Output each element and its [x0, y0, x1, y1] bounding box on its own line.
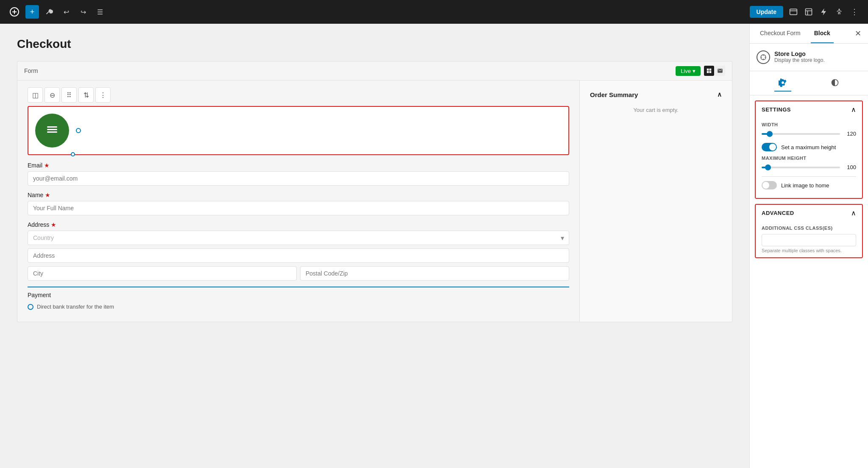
advanced-section-header[interactable]: Advanced ∧ — [756, 205, 862, 221]
store-logo-desc: Display the store logo. — [774, 57, 825, 63]
panel-tabs: Checkout Form Block ✕ — [750, 24, 868, 44]
collapse-icon[interactable]: ∧ — [717, 91, 722, 98]
icon-tabs — [750, 71, 868, 95]
required-star-3: ★ — [51, 221, 56, 228]
svg-rect-11 — [47, 126, 57, 128]
link-image-label: Link image to home — [781, 182, 829, 189]
redo-button[interactable]: ↪ — [76, 5, 90, 19]
store-logo-text: Store Logo Display the store logo. — [774, 50, 825, 63]
address-field-group: Address ★ Country ▾ — [28, 221, 569, 281]
svg-rect-10 — [47, 131, 57, 133]
city-input[interactable] — [28, 266, 297, 281]
order-empty-text: Your cart is empty. — [590, 107, 722, 113]
editor-area: Checkout Form Live ▾ — [0, 24, 749, 468]
css-classes-hint: Separate multiple classes with spaces. — [762, 248, 856, 253]
collapse-settings-icon: ∧ — [851, 106, 856, 114]
sidebar-toggle-button[interactable]: ◫ — [28, 87, 43, 103]
logo-right-handle[interactable] — [76, 128, 81, 133]
tab-checkout-form[interactable]: Checkout Form — [757, 24, 804, 43]
max-height-slider-thumb[interactable] — [765, 164, 771, 170]
live-label: Live — [681, 68, 691, 74]
more-options-button[interactable]: ⋮ — [848, 5, 861, 19]
width-slider-thumb[interactable] — [767, 131, 773, 137]
required-star: ★ — [44, 162, 50, 169]
link-image-row: Link image to home — [762, 181, 856, 189]
advanced-section: Advanced ∧ ADDITIONAL CSS CLASS(ES) Sepa… — [755, 204, 863, 258]
css-classes-input[interactable] — [762, 234, 856, 246]
live-badge-button[interactable]: Live ▾ — [676, 66, 701, 76]
width-value: 120 — [843, 131, 856, 137]
store-logo-icon — [757, 50, 770, 64]
settings-section: Settings ∧ WIDTH 120 — [755, 100, 863, 199]
move-up-down-button[interactable]: ⇅ — [78, 87, 94, 103]
max-height-label: MAXIMUM HEIGHT — [762, 156, 856, 161]
collapse-advanced-icon: ∧ — [851, 209, 856, 217]
wp-logo — [7, 4, 22, 20]
form-block-header: Form Live ▾ — [17, 61, 732, 81]
svg-rect-7 — [709, 71, 712, 73]
tools-button[interactable] — [42, 5, 56, 19]
advanced-section-body: ADDITIONAL CSS CLASS(ES) Separate multip… — [756, 221, 862, 257]
more-block-options-button[interactable]: ⋮ — [95, 87, 111, 103]
main-layout: Checkout Form Live ▾ — [0, 24, 868, 468]
logo-bottom-handle[interactable] — [71, 152, 75, 156]
topbar: + ↩ ↪ ☰ Update ⋮ — [0, 0, 868, 24]
set-max-height-row: Set a maximum height — [762, 143, 856, 151]
block-toolbar: ◫ ⊖ ⠿ ⇅ ⋮ — [28, 87, 569, 103]
panel-close-button[interactable]: ✕ — [855, 29, 861, 38]
chevron-down-icon: ▾ — [693, 68, 696, 74]
form-block-label: Form — [24, 67, 38, 74]
svg-rect-2 — [806, 9, 812, 15]
store-logo-image — [35, 114, 69, 148]
order-summary-header: Order Summary ∧ — [590, 91, 722, 98]
form-content-area: ◫ ⊖ ⠿ ⇅ ⋮ — [17, 81, 732, 322]
style-icon-tab[interactable] — [826, 75, 843, 92]
editor-toggle-button[interactable] — [802, 5, 815, 19]
store-logo-title: Store Logo — [774, 50, 825, 57]
settings-title: Settings — [762, 106, 791, 113]
divider — [762, 176, 856, 177]
preview-button[interactable] — [787, 5, 800, 19]
store-logo-section: Store Logo Display the store logo. — [750, 44, 868, 71]
logo-block[interactable] — [28, 106, 569, 155]
width-row: WIDTH 120 — [762, 122, 856, 137]
drag-handle-button[interactable]: ⠿ — [61, 87, 77, 103]
name-input[interactable] — [28, 201, 569, 215]
settings-section-header[interactable]: Settings ∧ — [756, 101, 862, 118]
link-toggle-knob — [762, 182, 769, 189]
address-input[interactable] — [28, 248, 569, 263]
page-title: Checkout — [17, 37, 732, 51]
address-label: Address ★ — [28, 221, 569, 228]
link-image-toggle[interactable] — [762, 181, 777, 189]
tab-block[interactable]: Block — [811, 24, 834, 43]
form-block-wrapper: Form Live ▾ — [17, 61, 732, 322]
css-classes-label: ADDITIONAL CSS CLASS(ES) — [762, 226, 856, 231]
svg-rect-1 — [790, 9, 797, 14]
svg-point-8 — [42, 120, 62, 141]
block-type-button[interactable]: ⊖ — [45, 87, 60, 103]
advanced-title: Advanced — [762, 210, 794, 216]
postal-input[interactable] — [300, 266, 569, 281]
max-height-value: 100 — [843, 164, 856, 170]
name-field-group: Name ★ — [28, 192, 569, 215]
country-select[interactable]: Country — [28, 231, 569, 245]
email-field-group: Email ★ — [28, 162, 569, 186]
list-view-button[interactable]: ☰ — [93, 5, 107, 19]
name-label: Name ★ — [28, 192, 569, 198]
undo-button[interactable]: ↩ — [59, 5, 73, 19]
email-input[interactable] — [28, 171, 569, 186]
add-block-button[interactable]: + — [25, 5, 39, 19]
bolt-icon-button[interactable] — [817, 5, 831, 19]
radio-icon — [28, 304, 33, 310]
max-height-slider-track[interactable] — [762, 167, 840, 168]
accessibility-button[interactable] — [832, 5, 846, 19]
block-icon — [704, 66, 714, 76]
width-slider-track[interactable] — [762, 133, 840, 135]
settings-icon-tab[interactable] — [774, 75, 791, 92]
max-height-toggle[interactable] — [762, 143, 777, 151]
update-button[interactable]: Update — [750, 6, 783, 18]
toggle-knob — [769, 144, 776, 150]
svg-point-3 — [838, 9, 840, 10]
max-height-toggle-label: Set a maximum height — [781, 144, 836, 150]
payment-section: Payment Direct bank transfer for the ite… — [28, 287, 569, 312]
